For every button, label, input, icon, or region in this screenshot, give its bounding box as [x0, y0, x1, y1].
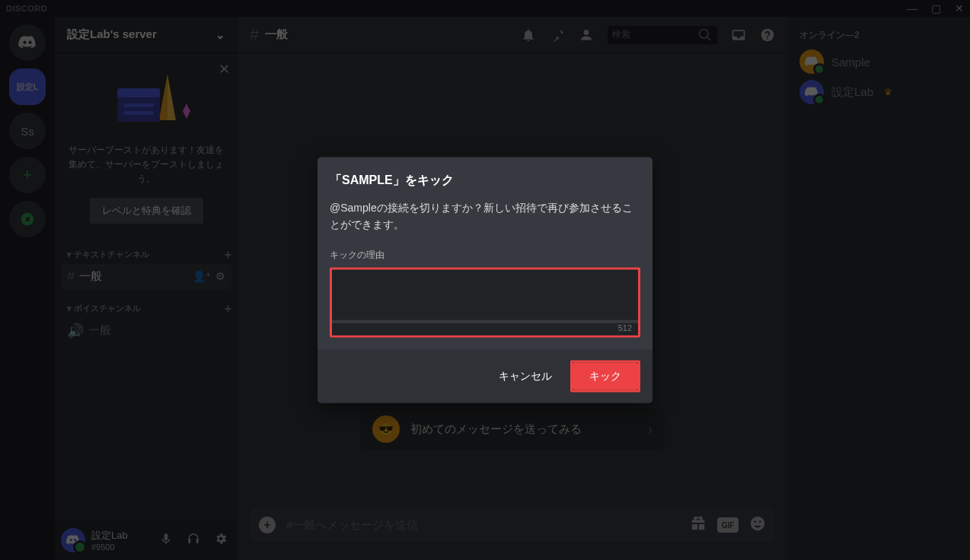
modal-title: 「SAMPLE」をキック	[330, 173, 640, 189]
reason-highlight: 512	[330, 267, 640, 337]
kick-modal: 「SAMPLE」をキック @Sampleの接続を切りますか？新しい招待で再び参加…	[317, 158, 653, 403]
modal-description: @Sampleの接続を切りますか？新しい招待で再び参加させることができます。	[330, 199, 640, 234]
cancel-button[interactable]: キャンセル	[487, 361, 564, 390]
reason-label: キックの理由	[330, 248, 640, 261]
kick-highlight: キック	[570, 360, 640, 392]
kick-button[interactable]: キック	[573, 362, 638, 390]
char-count: 512	[332, 323, 638, 335]
kick-reason-input[interactable]	[332, 269, 638, 320]
